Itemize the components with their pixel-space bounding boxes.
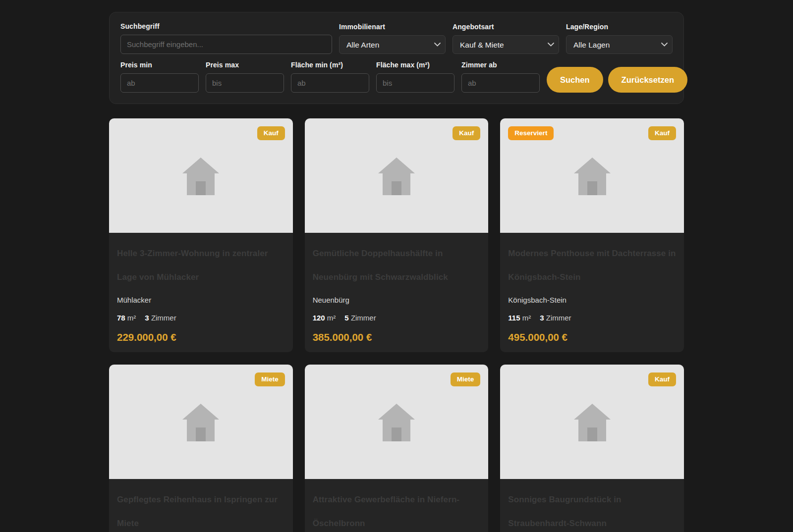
offer-type-label: Angebotsart	[453, 23, 559, 31]
listing-specs: 78 m² 3 Zimmer	[117, 313, 285, 323]
area-spec: 78 m²	[117, 313, 136, 323]
listing-body: Gemütliche Doppelhaushälfte in Neuenbürg…	[305, 233, 489, 352]
listing-title: Sonniges Baugrundstück in Straubenhardt-…	[508, 488, 676, 532]
listing-price: 385.000,00 €	[313, 330, 481, 344]
rooms-label: Zimmer	[546, 314, 571, 322]
rooms-label: Zimmer	[151, 314, 176, 322]
area-unit: m²	[327, 314, 336, 322]
listing-image-placeholder: Reserviert Kauf	[500, 118, 684, 233]
listing-location: Königsbach-Stein	[508, 295, 676, 306]
listing-body: Sonniges Baugrundstück in Straubenhardt-…	[500, 479, 684, 532]
price-max-label: Preis max	[206, 61, 284, 69]
listing-body: Gepflegtes Reihenhaus in Ispringen zur M…	[109, 479, 293, 532]
rooms-min-input[interactable]	[461, 73, 540, 93]
area-max-label: Fläche max (m²)	[376, 61, 454, 69]
area-spec: 120 m²	[313, 313, 336, 323]
rooms-min-label: Zimmer ab	[461, 61, 540, 69]
listing-specs: 120 m² 5 Zimmer	[313, 313, 481, 323]
area-min-input[interactable]	[291, 73, 369, 93]
listing-image-placeholder: Miete	[109, 365, 293, 479]
listing-title: Gepflegtes Reihenhaus in Ispringen zur M…	[117, 488, 285, 532]
area-unit: m²	[127, 314, 136, 322]
offer-type-badge: Miete	[451, 372, 481, 386]
page-container: Suchbegriff Immobilienart Alle Arten Ang…	[109, 12, 684, 532]
property-type-select[interactable]: Alle Arten	[339, 35, 446, 54]
area-value: 120	[313, 314, 325, 322]
offer-type-badge: Kauf	[648, 126, 676, 140]
price-min-group: Preis min	[120, 61, 199, 93]
rooms-value: 3	[145, 314, 149, 322]
rooms-spec: 5 Zimmer	[344, 313, 376, 323]
listing-title: Modernes Penthouse mit Dachterrasse in K…	[508, 242, 676, 289]
search-label: Suchbegriff	[120, 22, 332, 30]
rooms-label: Zimmer	[351, 314, 376, 322]
listing-card[interactable]: Kauf Gemütliche Doppelhaushälfte in Neue…	[305, 118, 489, 352]
house-icon	[182, 403, 219, 441]
listing-image-placeholder: Miete	[305, 365, 489, 479]
area-spec: 115 m²	[508, 313, 531, 323]
house-icon	[574, 157, 611, 195]
search-button[interactable]: Suchen	[547, 67, 603, 93]
house-icon	[182, 157, 219, 195]
property-type-label: Immobilienart	[339, 23, 446, 31]
listing-card[interactable]: Kauf Sonniges Baugrundstück in Straubenh…	[500, 365, 684, 532]
offer-type-select[interactable]: Kauf & Miete	[453, 35, 559, 54]
reserved-badge: Reserviert	[508, 126, 554, 140]
listing-title: Gemütliche Doppelhaushälfte in Neuenbürg…	[313, 242, 481, 289]
listing-image-placeholder: Kauf	[500, 365, 684, 479]
price-max-input[interactable]	[206, 73, 284, 93]
offer-type-badge: Kauf	[453, 126, 480, 140]
listing-title: Attraktive Gewerbefläche in Niefern-Ösch…	[313, 488, 481, 532]
listing-title: Helle 3-Zimmer-Wohnung in zentraler Lage…	[117, 242, 285, 289]
area-max-group: Fläche max (m²)	[376, 61, 454, 93]
house-icon	[378, 157, 415, 195]
area-unit: m²	[522, 314, 531, 322]
price-max-group: Preis max	[206, 61, 284, 93]
listing-price: 229.000,00 €	[117, 330, 285, 344]
listing-card[interactable]: Miete Gepflegtes Reihenhaus in Ispringen…	[109, 365, 293, 532]
price-min-label: Preis min	[120, 61, 199, 69]
rooms-value: 3	[540, 314, 544, 322]
rooms-min-group: Zimmer ab	[461, 61, 540, 93]
search-field-group: Suchbegriff	[120, 22, 332, 54]
listing-image-placeholder: Kauf	[109, 118, 293, 233]
house-icon	[378, 403, 415, 441]
offer-type-badge: Kauf	[648, 372, 676, 386]
area-min-label: Fläche min (m²)	[291, 61, 369, 69]
listing-location: Neuenbürg	[313, 295, 481, 306]
rooms-spec: 3 Zimmer	[540, 313, 571, 323]
listing-card[interactable]: Reserviert Kauf Modernes Penthouse mit D…	[500, 118, 684, 352]
listings-grid: Kauf Helle 3-Zimmer-Wohnung in zentraler…	[109, 118, 684, 532]
listing-specs: 115 m² 3 Zimmer	[508, 313, 676, 323]
price-min-input[interactable]	[120, 73, 199, 93]
listing-card[interactable]: Miete Attraktive Gewerbefläche in Niefer…	[305, 365, 489, 532]
rooms-spec: 3 Zimmer	[145, 313, 176, 323]
offer-type-badge: Kauf	[257, 126, 285, 140]
reset-button[interactable]: Zurücksetzen	[608, 67, 687, 93]
listing-image-placeholder: Kauf	[305, 118, 489, 233]
offer-type-badge: Miete	[255, 372, 285, 386]
listing-price: 495.000,00 €	[508, 330, 676, 344]
listing-body: Helle 3-Zimmer-Wohnung in zentraler Lage…	[109, 233, 293, 352]
region-label: Lage/Region	[566, 23, 673, 31]
region-group: Lage/Region Alle Lagen	[566, 23, 673, 54]
region-select[interactable]: Alle Lagen	[566, 35, 673, 54]
area-value: 115	[508, 314, 520, 322]
area-min-group: Fläche min (m²)	[291, 61, 369, 93]
area-max-input[interactable]	[376, 73, 454, 93]
filter-panel: Suchbegriff Immobilienart Alle Arten Ang…	[109, 12, 684, 104]
listing-body: Attraktive Gewerbefläche in Niefern-Ösch…	[305, 479, 489, 532]
offer-type-group: Angebotsart Kauf & Miete	[453, 23, 559, 54]
listing-body: Modernes Penthouse mit Dachterrasse in K…	[500, 233, 684, 352]
rooms-value: 5	[344, 314, 348, 322]
house-icon	[574, 403, 611, 441]
listing-card[interactable]: Kauf Helle 3-Zimmer-Wohnung in zentraler…	[109, 118, 293, 352]
listing-location: Mühlacker	[117, 295, 285, 306]
search-input[interactable]	[120, 35, 332, 54]
area-value: 78	[117, 314, 125, 322]
property-type-group: Immobilienart Alle Arten	[339, 23, 446, 54]
